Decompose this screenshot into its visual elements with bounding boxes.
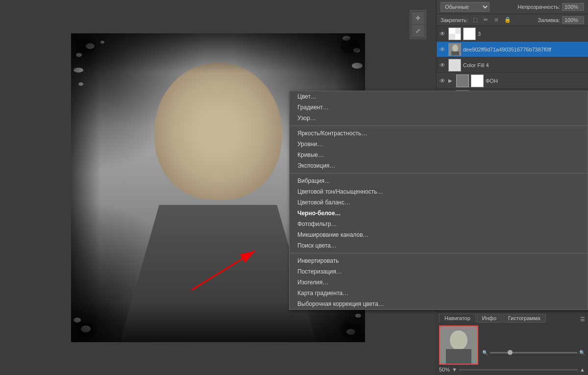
lock-transparent-btn[interactable]: ⬚: [471, 16, 480, 24]
menu-item-vibrance[interactable]: Вибрация…: [290, 175, 588, 186]
svg-rect-7: [451, 51, 459, 56]
lock-position-btn[interactable]: ⤭: [492, 16, 500, 24]
bottom-tabs: Навигатор Инфо Гистограмма: [439, 314, 546, 323]
visibility-eye-icon[interactable]: 👁: [439, 46, 446, 53]
svg-rect-13: [446, 349, 471, 364]
menu-item-exposure[interactable]: Экспозиция…: [290, 160, 588, 171]
zoom-handle: [508, 350, 513, 355]
zoom-down-btn[interactable]: ▼: [452, 367, 457, 373]
opacity-input[interactable]: [562, 3, 584, 11]
menu-item-threshold[interactable]: Изогелия…: [290, 277, 588, 288]
lock-paint-btn[interactable]: ✏: [482, 16, 490, 24]
opacity-row: Непрозрачность:: [518, 3, 584, 11]
zoom-slider[interactable]: [490, 352, 577, 353]
visibility-eye-icon[interactable]: 👁: [439, 77, 446, 85]
opacity-label: Непрозрачность:: [518, 4, 560, 10]
layer-thumbnail: [448, 27, 461, 40]
lock-icons: ⬚ ✏ ⤭ 🔒: [471, 16, 535, 24]
fill-label: Заливка:: [538, 17, 560, 23]
blend-mode-select[interactable]: Обычные: [441, 2, 490, 12]
menu-item-channel-mixer[interactable]: Микширование каналов…: [290, 229, 588, 240]
lock-label: Закрепить:: [441, 17, 468, 23]
lock-all-btn[interactable]: 🔒: [502, 16, 513, 24]
context-menu: Цвет… Градиент… Узор… Яркость/Контрастно…: [289, 91, 588, 310]
menu-item-posterize[interactable]: Постеризация…: [290, 266, 588, 277]
navigator-controls: 🔍 🔍: [482, 325, 585, 355]
navigator-content: 🔍 🔍: [439, 325, 585, 365]
layer-item-fon[interactable]: 👁 ▶ ФОН: [437, 73, 588, 89]
menu-separator-2: [290, 173, 588, 174]
layer-name: 3: [478, 31, 586, 37]
right-panel: Обычные Непрозрачность: Закрепить: ⬚ ✏ ⤭…: [436, 0, 588, 375]
zoom-percent-value: 50%: [439, 367, 450, 373]
menu-item-curves[interactable]: Кривые…: [290, 150, 588, 160]
menu-item-gradient[interactable]: Градиент…: [290, 102, 588, 113]
svg-rect-9: [457, 75, 468, 87]
zoom-out-icon[interactable]: 🔍: [482, 350, 488, 355]
layer-item-colorfill4[interactable]: 👁 Color Fill 4: [437, 57, 588, 73]
tool-move[interactable]: ✛: [412, 12, 424, 24]
zoom-percent-row: 50% ▼ ▲: [439, 367, 585, 373]
menu-item-pattern[interactable]: Узор…: [290, 113, 588, 124]
svg-rect-4: [449, 34, 455, 40]
menu-item-color-lookup[interactable]: Поиск цвета…: [290, 240, 588, 251]
zoom-controls: 🔍 🔍: [482, 350, 585, 355]
menu-item-invert[interactable]: Инвертировать: [290, 255, 588, 266]
menu-item-bw[interactable]: Черно-белое…: [290, 208, 588, 219]
fill-row: Заливка:: [538, 16, 584, 24]
menu-item-brightness[interactable]: Яркость/Контрастность…: [290, 128, 588, 139]
layer-mask-thumb: [471, 75, 484, 87]
mini-toolbar: ✛ ⤢: [410, 10, 426, 39]
layer-thumbnail-group: [456, 75, 469, 87]
layer-thumbnail-white: [448, 59, 461, 72]
navigator-thumbnail: [439, 325, 478, 365]
menu-item-photo-filter[interactable]: Фотофильтр…: [290, 219, 588, 229]
svg-rect-3: [455, 27, 461, 34]
visibility-eye-icon[interactable]: 👁: [439, 30, 446, 38]
fill-input[interactable]: [562, 16, 584, 24]
menu-item-hue-sat[interactable]: Цветовой тон/Насыщенность…: [290, 186, 588, 197]
tab-histogram[interactable]: Гистограмма: [503, 314, 546, 323]
svg-rect-8: [449, 59, 461, 72]
layer-mask-thumbnail: [463, 27, 476, 40]
menu-item-color-balance[interactable]: Цветовой баланс…: [290, 197, 588, 208]
layer-name-colorfill4: Color Fill 4: [463, 62, 586, 68]
zoom-bar: [459, 369, 578, 371]
grunge-left: [71, 33, 100, 342]
tab-navigator[interactable]: Навигатор: [439, 314, 476, 323]
menu-item-selective-color[interactable]: Выборочная коррекция цвета…: [290, 299, 588, 309]
tab-info[interactable]: Инфо: [477, 314, 502, 323]
menu-separator-1: [290, 125, 588, 126]
panel-menu-btn[interactable]: ☰: [580, 316, 585, 323]
zoom-in-icon[interactable]: 🔍: [579, 350, 585, 355]
layer-item-selected[interactable]: 👁 dee902ff9d71a4903516776b7387f0ff: [437, 42, 588, 57]
layer-thumbnail-portrait: [448, 43, 461, 56]
visibility-eye-icon[interactable]: 👁: [439, 61, 446, 69]
layer-name-fon: ФОН: [486, 78, 586, 84]
svg-point-12: [450, 330, 467, 350]
svg-point-6: [452, 45, 458, 51]
lock-row: Закрепить: ⬚ ✏ ⤭ 🔒 Заливка:: [437, 14, 588, 26]
bottom-panel: Навигатор Инфо Гистограмма ☰ 🔍: [436, 311, 588, 375]
menu-item-gradient-map[interactable]: Карта градиента…: [290, 288, 588, 299]
tool-zoom[interactable]: ⤢: [412, 25, 424, 37]
layer-item[interactable]: 👁 3: [437, 26, 588, 42]
menu-item-color[interactable]: Цвет…: [290, 91, 588, 102]
layers-header: Обычные Непрозрачность:: [437, 0, 588, 14]
grunge-top: [71, 33, 365, 73]
menu-separator-3: [290, 253, 588, 253]
menu-item-levels[interactable]: Уровни…: [290, 139, 588, 150]
face-area: [154, 63, 282, 200]
zoom-up-btn[interactable]: ▲: [580, 367, 585, 373]
navigator-thumb-inner: [440, 326, 477, 364]
group-arrow[interactable]: ▶: [448, 78, 454, 83]
layer-name-portrait: dee902ff9d71a4903516776b7387f0ff: [463, 47, 586, 52]
